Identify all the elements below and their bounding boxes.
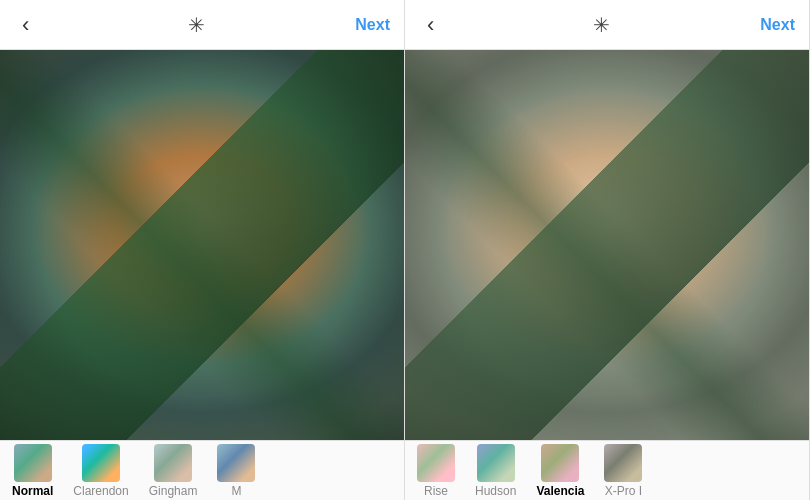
next-button-right[interactable]: Next <box>760 16 795 34</box>
filter-gingham[interactable]: Gingham <box>149 444 198 498</box>
back-button-right[interactable]: ‹ <box>419 8 442 42</box>
filter-label-rise: Rise <box>424 484 448 498</box>
filter-bar-right: Rise Hudson Valencia X-Pro I <box>405 440 809 500</box>
vignette-right <box>405 50 809 440</box>
sun-icon-right[interactable]: ✳ <box>593 13 610 37</box>
photo-canvas-right <box>405 50 809 440</box>
filter-rise[interactable]: Rise <box>417 444 455 498</box>
image-area-right <box>405 50 809 440</box>
filter-clarendon[interactable]: Clarendon <box>73 444 128 498</box>
filter-label-gingham: Gingham <box>149 484 198 498</box>
filter-thumb-xpro <box>604 444 642 482</box>
filter-thumb-normal <box>14 444 52 482</box>
photo-canvas-left <box>0 50 404 440</box>
filter-valencia[interactable]: Valencia <box>536 444 584 498</box>
filter-xpro[interactable]: X-Pro I <box>604 444 642 498</box>
filter-thumb-hudson <box>477 444 515 482</box>
filter-label-valencia: Valencia <box>536 484 584 498</box>
back-button-left[interactable]: ‹ <box>14 8 37 42</box>
filter-thumb-m <box>217 444 255 482</box>
right-panel: ‹ ✳ Next Rise Hudson Valencia X-Pro I <box>405 0 810 500</box>
filter-thumb-valencia <box>541 444 579 482</box>
filter-label-m: M <box>231 484 241 498</box>
filter-thumb-clarendon <box>82 444 120 482</box>
top-bar-left: ‹ ✳ Next <box>0 0 404 50</box>
image-area-left <box>0 50 404 440</box>
filter-thumb-gingham <box>154 444 192 482</box>
left-panel: ‹ ✳ Next Normal Clarendon Gingham M <box>0 0 405 500</box>
filter-label-normal: Normal <box>12 484 53 498</box>
filter-bar-left: Normal Clarendon Gingham M <box>0 440 404 500</box>
filter-label-xpro: X-Pro I <box>605 484 642 498</box>
filter-normal[interactable]: Normal <box>12 444 53 498</box>
sun-icon-left[interactable]: ✳ <box>188 13 205 37</box>
top-bar-right: ‹ ✳ Next <box>405 0 809 50</box>
vignette-left <box>0 50 404 440</box>
filter-hudson[interactable]: Hudson <box>475 444 516 498</box>
filter-label-hudson: Hudson <box>475 484 516 498</box>
filter-m[interactable]: M <box>217 444 255 498</box>
next-button-left[interactable]: Next <box>355 16 390 34</box>
filter-label-clarendon: Clarendon <box>73 484 128 498</box>
filter-thumb-rise <box>417 444 455 482</box>
